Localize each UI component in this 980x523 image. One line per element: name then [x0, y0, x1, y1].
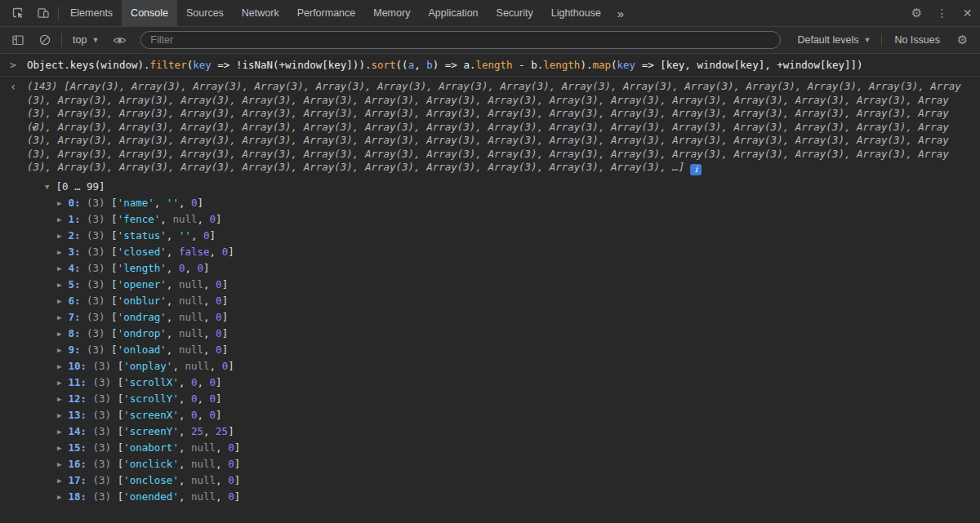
bracket: ] — [216, 407, 222, 423]
expand-item-icon[interactable]: ▶ — [57, 489, 61, 505]
item-size: (3) — [93, 375, 118, 391]
item-value-number: 0 — [222, 244, 229, 260]
expand-item-icon[interactable]: ▶ — [57, 195, 61, 211]
tab-security[interactable]: Security — [488, 0, 542, 26]
device-toolbar-icon[interactable] — [30, 0, 56, 26]
kebab-menu-icon[interactable]: ⋮ — [929, 0, 955, 26]
comma: , — [203, 277, 216, 293]
comma: , — [185, 260, 197, 277]
array-item-row[interactable]: ▶9: (3) ['onload', null, 0] — [27, 342, 977, 358]
item-value-string: 'onload' — [118, 342, 167, 358]
command-prompt-icon: > — [10, 59, 27, 72]
log-levels-label: Default levels — [797, 34, 858, 46]
array-item-row[interactable]: ▶16: (3) ['onclick', null, 0] — [27, 456, 977, 472]
tab-memory[interactable]: Memory — [364, 0, 419, 26]
expand-item-icon[interactable]: ▶ — [57, 228, 61, 244]
more-tabs-icon[interactable]: » — [610, 0, 631, 26]
tab-performance[interactable]: Performance — [288, 0, 365, 26]
array-item-row[interactable]: ▶14: (3) ['screenY', 25, 25] — [27, 423, 977, 440]
bracket: [ — [118, 375, 124, 391]
bracket: ] — [228, 244, 234, 260]
expand-item-icon[interactable]: ▶ — [57, 472, 61, 489]
comma: , — [179, 195, 191, 211]
array-item-row[interactable]: ▶8: (3) ['ondrop', null, 0] — [27, 326, 977, 342]
item-value-string: 'opener' — [118, 277, 167, 293]
expand-item-icon[interactable]: ▶ — [57, 309, 61, 326]
item-value-number: 25 — [191, 423, 203, 440]
item-size: (3) — [87, 309, 111, 326]
array-item-row[interactable]: ▶4: (3) ['length', 0, 0] — [27, 260, 977, 277]
close-devtools-icon[interactable]: ✕ — [955, 0, 980, 26]
log-levels-selector[interactable]: Default levels ▼ — [791, 32, 877, 48]
item-value-number: 0 — [216, 277, 222, 293]
item-value-number: 0 — [216, 309, 222, 326]
comma: , — [167, 244, 179, 260]
tab-sources[interactable]: Sources — [177, 0, 233, 26]
collapse-array-icon[interactable]: ▼ — [32, 124, 36, 132]
tab-network[interactable]: Network — [233, 0, 288, 26]
info-icon[interactable]: i — [690, 164, 702, 175]
item-value-number: 0 — [203, 228, 210, 244]
console-settings-gear-icon[interactable]: ⚙ — [950, 33, 975, 47]
code-token-plain: (( — [396, 59, 408, 71]
array-item-row[interactable]: ▶10: (3) ['onplay', null, 0] — [27, 358, 977, 375]
expand-item-icon[interactable]: ▶ — [57, 456, 61, 472]
item-size: (3) — [93, 472, 118, 489]
array-item-row[interactable]: ▶0: (3) ['name', '', 0] — [27, 195, 977, 211]
array-item-row[interactable]: ▶6: (3) ['onblur', null, 0] — [27, 293, 977, 309]
array-item-row[interactable]: ▶3: (3) ['closed', false, 0] — [27, 244, 977, 260]
comma: , — [167, 228, 179, 244]
array-item-row[interactable]: ▶2: (3) ['status', '', 0] — [27, 228, 977, 244]
expand-item-icon[interactable]: ▶ — [57, 440, 61, 456]
expand-item-icon[interactable]: ▶ — [57, 326, 61, 342]
array-item-row[interactable]: ▶1: (3) ['fence', null, 0] — [27, 211, 977, 228]
array-item-row[interactable]: ▶13: (3) ['screenX', 0, 0] — [27, 407, 977, 423]
item-index: 3: — [68, 244, 87, 260]
tab-application[interactable]: Application — [419, 0, 487, 26]
expand-item-icon[interactable]: ▶ — [57, 244, 61, 260]
code-token-plain: ) => a. — [433, 59, 476, 71]
expand-item-icon[interactable]: ▶ — [57, 211, 61, 228]
expand-item-icon[interactable]: ▶ — [57, 407, 61, 423]
bracket: [ — [111, 244, 118, 260]
toolbar-divider — [61, 33, 62, 47]
inspect-element-icon[interactable] — [5, 0, 30, 26]
item-size: (3) — [93, 440, 118, 456]
bracket: [ — [111, 293, 118, 309]
live-expression-eye-icon[interactable] — [107, 33, 132, 47]
expand-item-icon[interactable]: ▶ — [57, 375, 61, 391]
array-item-row[interactable]: ▶11: (3) ['scrollX', 0, 0] — [27, 375, 977, 391]
settings-gear-icon[interactable]: ⚙ — [904, 0, 929, 26]
filter-input[interactable] — [140, 31, 781, 49]
item-index: 10: — [68, 358, 92, 375]
array-range-group[interactable]: ▼ [0 … 99] — [27, 178, 977, 195]
expand-item-icon[interactable]: ▶ — [57, 260, 61, 277]
code-token-prop: sort — [371, 59, 395, 71]
comma: , — [203, 293, 216, 309]
issues-counter[interactable]: No Issues — [886, 32, 948, 48]
console-sidebar-toggle-icon[interactable] — [5, 33, 30, 47]
collapse-range-icon[interactable]: ▼ — [45, 183, 49, 191]
expand-item-icon[interactable]: ▶ — [57, 358, 61, 375]
array-item-row[interactable]: ▶12: (3) ['scrollY', 0, 0] — [27, 391, 977, 407]
bracket: [ — [111, 277, 118, 293]
bracket: ] — [216, 391, 222, 407]
array-item-row[interactable]: ▶17: (3) ['onclose', null, 0] — [27, 472, 977, 489]
array-item-row[interactable]: ▶5: (3) ['opener', null, 0] — [27, 277, 977, 293]
expand-item-icon[interactable]: ▶ — [57, 277, 61, 293]
item-size: (3) — [87, 293, 111, 309]
expand-item-icon[interactable]: ▶ — [57, 342, 61, 358]
tab-elements[interactable]: Elements — [61, 0, 122, 26]
tab-lighthouse[interactable]: Lighthouse — [542, 0, 610, 26]
comma: , — [210, 244, 222, 260]
array-item-row[interactable]: ▶7: (3) ['ondrag', null, 0] — [27, 309, 977, 326]
bracket: [ — [118, 407, 124, 423]
expand-item-icon[interactable]: ▶ — [57, 391, 61, 407]
expand-item-icon[interactable]: ▶ — [57, 293, 61, 309]
expand-item-icon[interactable]: ▶ — [57, 423, 61, 440]
clear-console-icon[interactable] — [32, 33, 57, 47]
array-item-row[interactable]: ▶18: (3) ['onended', null, 0] — [27, 489, 977, 505]
tab-console[interactable]: Console — [122, 0, 177, 26]
js-context-selector[interactable]: top ▼ — [66, 32, 105, 48]
array-item-row[interactable]: ▶15: (3) ['onabort', null, 0] — [27, 440, 977, 456]
